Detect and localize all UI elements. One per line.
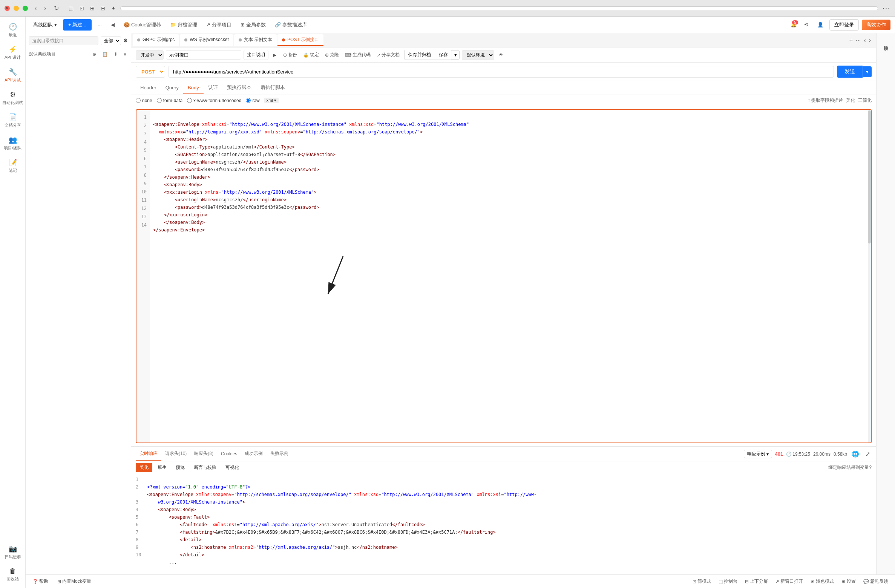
tab-text[interactable]: 文本 示例文本	[234, 34, 277, 46]
add-tab-button[interactable]: +	[849, 36, 854, 44]
tab-ws[interactable]: WS 示例websocket	[180, 34, 233, 46]
fmt-tab-preview[interactable]: 预览	[172, 463, 189, 472]
expand-response-button[interactable]: ⤢	[864, 450, 872, 458]
fmt-tab-assert[interactable]: 断言与校验	[190, 463, 220, 472]
search-input[interactable]	[29, 36, 98, 45]
params-db-button[interactable]: 🔗 参数描述库	[272, 20, 310, 30]
more-tabs-button[interactable]: ···	[855, 36, 861, 44]
api-desc-button[interactable]: 接口说明	[244, 50, 268, 60]
console-button[interactable]: ⬚ 控制台	[716, 577, 740, 586]
xml-scrollbar[interactable]	[868, 110, 871, 443]
add-tree-button[interactable]: ⊕	[91, 51, 98, 58]
mock-button[interactable]: ⊞ 内置Mock变量	[55, 577, 93, 586]
param-tab-pre-script[interactable]: 预执行脚本	[222, 81, 256, 95]
tab-prev-button[interactable]: ‹	[863, 36, 866, 44]
copy-tree-button[interactable]: 📋	[101, 51, 109, 58]
scrollbar-thumb[interactable]	[868, 110, 871, 243]
minimize-btn[interactable]	[14, 6, 19, 11]
light-mode-button[interactable]: ☀ 浅色模式	[808, 577, 836, 586]
body-type-form-data[interactable]: form-data	[157, 98, 182, 103]
method-select[interactable]: POST	[136, 66, 165, 78]
sidebar-item-team[interactable]: 👥 项目/团队	[0, 133, 25, 154]
xml-tag[interactable]: xml ▾	[264, 98, 279, 103]
pro-button[interactable]: 高效协作	[862, 20, 890, 30]
more-tree-button[interactable]: ≡	[122, 51, 128, 58]
notification-button[interactable]: 🔔 5	[789, 20, 798, 29]
lock-button[interactable]: 🔒 锁定	[301, 50, 321, 60]
nav-back-icon[interactable]: ◀	[108, 20, 118, 29]
resp-xml-code[interactable]: <?xml version="1.0" encoding="UTF-8"?> <…	[147, 476, 872, 574]
simple-mode-button[interactable]: ⊡ 简模式	[690, 577, 713, 586]
new-window-button[interactable]: ↗ 新窗口打开	[773, 577, 805, 586]
fmt-tab-visual[interactable]: 可视化	[222, 463, 243, 472]
share-project-button[interactable]: ↗ 分享项目	[203, 20, 234, 30]
close-btn[interactable]: ✕	[5, 6, 10, 11]
tab-post[interactable]: POST 示例接口	[277, 34, 323, 46]
globe-icon-button[interactable]: 🌐	[850, 450, 861, 458]
save-dropdown-button[interactable]: ▾	[452, 50, 460, 60]
save-button[interactable]: 保存	[435, 50, 452, 60]
sync-icon-button[interactable]: ⟲	[801, 20, 811, 29]
forward-button[interactable]: ›	[42, 4, 48, 12]
param-tab-body[interactable]: Body	[183, 82, 204, 94]
resp-tab-fail-example[interactable]: 失败示例	[267, 447, 292, 461]
help-button[interactable]: ❓ 帮助	[30, 577, 51, 586]
share-doc-button[interactable]: ↗ 分享文档	[374, 50, 402, 60]
xml-body-content[interactable]: <soapenv:Envelope xmlns:xsi="http://www.…	[150, 110, 868, 443]
body-type-none[interactable]: none	[136, 98, 152, 103]
sidebar-item-automation[interactable]: ⚙ 自动化测试	[0, 87, 25, 109]
address-bar[interactable]	[120, 6, 878, 10]
sidebar-item-notes[interactable]: 📝 笔记	[0, 155, 25, 176]
gen-code-button[interactable]: ⌨ 生成代码	[343, 50, 373, 60]
api-name-input[interactable]	[166, 50, 241, 60]
resp-tab-response-headers[interactable]: 响应头(8)	[190, 447, 217, 461]
global-params-button[interactable]: ⊞ 全局参数	[238, 20, 269, 30]
body-type-urlencoded[interactable]: x-www-form-urlencoded	[187, 98, 241, 103]
login-button[interactable]: 立即登录	[829, 19, 859, 31]
backup-button[interactable]: ⊙ 备份	[281, 50, 299, 60]
reload-button[interactable]: ↻	[52, 4, 61, 12]
examples-button[interactable]: 响应示例 ▾	[744, 450, 772, 458]
param-tab-auth[interactable]: 认证	[204, 81, 222, 95]
eye-button[interactable]: 👁	[497, 51, 506, 59]
resp-tab-realtime[interactable]: 实时响应	[136, 447, 161, 461]
sidebar-item-docs[interactable]: 📄 文档分享	[0, 110, 25, 131]
back-button[interactable]: ‹	[32, 4, 39, 12]
resp-tab-cookies[interactable]: Cookies	[217, 448, 241, 460]
param-tab-header[interactable]: Header	[136, 82, 161, 94]
maximize-btn[interactable]	[23, 6, 28, 11]
new-button[interactable]: + 新建...	[63, 19, 92, 31]
download-tree-button[interactable]: ⬇	[112, 51, 119, 58]
tab-grpc[interactable]: GRPC 示例grpc	[133, 34, 179, 46]
beautify-button[interactable]: 美化	[846, 97, 855, 104]
tab-next-button[interactable]: ›	[868, 36, 872, 44]
sidebar-item-api-design[interactable]: ⚡ API 设计	[0, 42, 25, 63]
param-tab-query[interactable]: Query	[161, 82, 183, 94]
user-icon-button[interactable]: 👤	[814, 20, 826, 29]
resp-tab-success-example[interactable]: 成功示例	[241, 447, 267, 461]
archive-manager-button[interactable]: 📁 归档管理	[167, 20, 200, 30]
sidebar-item-trash[interactable]: 🗑 回收站	[0, 564, 25, 585]
settings-button[interactable]: ⚙ 设置	[839, 577, 858, 586]
extract-fields-button[interactable]: ↑ 提取字段和描述	[808, 97, 843, 104]
url-input[interactable]	[168, 66, 834, 78]
browser-more-button[interactable]: ···	[883, 4, 890, 12]
fmt-tab-raw[interactable]: 原生	[154, 463, 170, 472]
clone-button[interactable]: ⊕ 克隆	[323, 50, 341, 60]
toolbar-more-button[interactable]: ···	[95, 20, 105, 29]
sidebar-item-scan[interactable]: 📷 扫码进群	[0, 542, 25, 563]
team-selector[interactable]: 离线团队 ▾	[30, 20, 60, 30]
send-dropdown-button[interactable]: ▾	[863, 66, 872, 77]
param-tab-post-script[interactable]: 后执行脚本	[256, 81, 290, 95]
sidebar-item-api-debug[interactable]: 🔧 API 调试	[0, 65, 25, 86]
split-button[interactable]: ⊟ 上下分屏	[743, 577, 770, 586]
settings-icon[interactable]: ⚙	[123, 38, 128, 43]
env-select[interactable]: 开发中	[136, 50, 164, 60]
cookie-manager-button[interactable]: 🍪 Cookie管理器	[121, 20, 164, 30]
sidebar-item-recent[interactable]: 🕐 最近	[0, 20, 25, 41]
env-right-select[interactable]: 默认环境	[462, 50, 494, 60]
save-publish-button[interactable]: 保存并归档	[404, 50, 435, 60]
body-type-raw[interactable]: raw	[246, 98, 259, 103]
fmt-tab-beautify[interactable]: 美化	[136, 463, 152, 472]
resp-tab-request-headers[interactable]: 请求头(10)	[161, 447, 190, 461]
